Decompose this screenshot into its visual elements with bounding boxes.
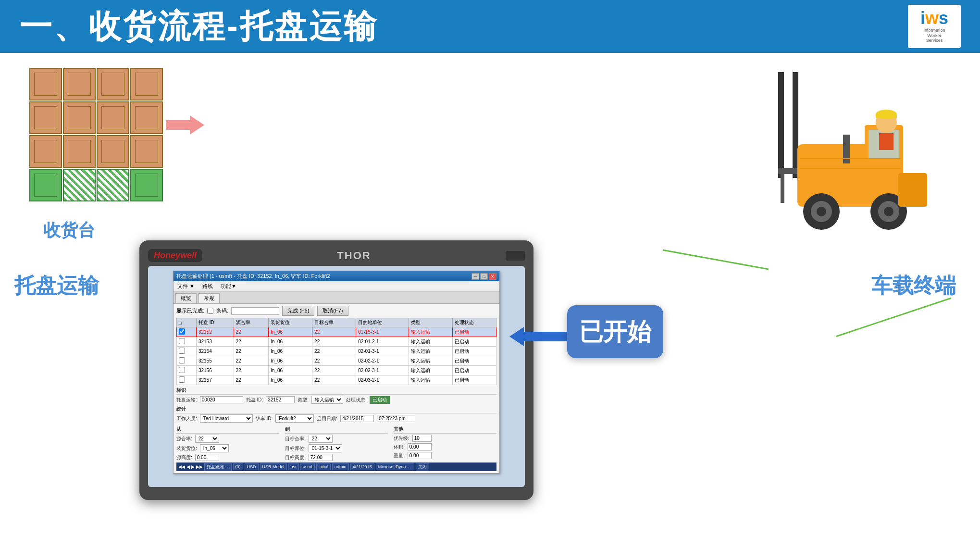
table-row[interactable]: 32152 22 In_06 22 01-15-3-1 输入运输 已启动 [177, 327, 496, 337]
time-input[interactable] [377, 415, 415, 422]
yuanhe-select[interactable]: 22 [195, 435, 219, 443]
minimize-button[interactable]: ─ [471, 273, 479, 280]
tuopan-yunshu-input[interactable] [200, 396, 243, 403]
restore-button[interactable]: □ [480, 273, 488, 280]
mubiao-huowei-select[interactable]: 01-15-3-1 [309, 444, 342, 452]
task-item-usr-model: USR Model [260, 463, 287, 470]
cell-dest: 02-01-2-1 [356, 337, 409, 347]
yikaishi-label: 已开始 [579, 316, 651, 348]
qita-section: 其他 优先级: 体积: 重量: [394, 424, 496, 462]
mubiaogaodu-input[interactable] [309, 454, 333, 461]
chanche-select[interactable]: Forklift2 [275, 414, 314, 423]
task-item-usd: USD [245, 463, 259, 470]
menu-routes[interactable]: 路线 [200, 282, 215, 290]
win-titlebar: 托盘运输处理 (1 - usmf) - 托盘 ID: 32152, In_06,… [174, 271, 499, 281]
task-item-date: 4/21/2015 [350, 463, 374, 470]
cell-src-loc: In_06 [269, 327, 312, 337]
row-checkbox[interactable] [179, 338, 185, 344]
row-checkbox[interactable] [179, 376, 185, 383]
cell-id: 32152 [196, 327, 234, 337]
close-button[interactable]: ✕ [489, 273, 496, 280]
cell-dest: 01-15-3-1 [356, 327, 409, 337]
riyong-riqi-input[interactable] [340, 415, 374, 422]
table-row[interactable]: 32153 22 In_06 22 02-01-2-1 输入运输 已启动 [177, 337, 496, 347]
task-item-usmf: usmf [300, 463, 315, 470]
header: 一、收货流程-托盘运输 iws InformationWorkerService… [0, 0, 980, 53]
svg-marker-0 [166, 115, 204, 135]
zhongliang-input[interactable] [408, 452, 432, 459]
forklift-illustration [749, 62, 951, 245]
status-badge: 已启动 [370, 396, 390, 404]
tab-overview[interactable]: 概览 [175, 293, 197, 303]
cell-check [177, 366, 197, 375]
row-checkbox[interactable] [179, 348, 185, 354]
cell-status: 已启动 [452, 356, 496, 366]
tiji-input[interactable] [408, 443, 432, 450]
barcode-input[interactable] [231, 307, 279, 315]
cell-src-rate: 22 [234, 347, 268, 356]
yikaishi-button[interactable]: 已开始 [567, 305, 663, 358]
task-item-close[interactable]: 关闭 [416, 463, 429, 471]
yuangaodu-input[interactable] [195, 454, 219, 461]
show-done-checkbox[interactable] [207, 308, 213, 314]
cell-tgt-rate: 22 [312, 356, 356, 366]
leixing-label: 类型: [298, 397, 309, 403]
cell-status: 已启动 [452, 375, 496, 385]
cell-dest: 02-03-2-1 [356, 375, 409, 385]
win-menubar: 文件 ▼ 路线 功能▼ [174, 281, 499, 292]
cell-check [177, 327, 197, 337]
mubiaogaodu-label: 目标高度: [285, 454, 306, 461]
row-checkbox[interactable] [179, 357, 185, 363]
menu-functions[interactable]: 功能▼ [219, 282, 238, 290]
blue-arrow-container [509, 325, 567, 350]
cell-status: 已启动 [452, 327, 496, 337]
cell-src-rate: 22 [234, 375, 268, 385]
dao-label: 到 [285, 426, 388, 434]
table-row[interactable]: 32155 22 In_06 22 02-02-2-1 输入运输 已启动 [177, 356, 496, 366]
svg-rect-1 [778, 72, 784, 178]
leixing-select[interactable]: 输入运输 [311, 396, 343, 404]
cell-dest: 02-02-3-1 [356, 366, 409, 375]
tab-normal[interactable]: 常规 [198, 293, 220, 303]
menu-file[interactable]: 文件 ▼ [175, 282, 197, 290]
cell-src-rate: 22 [234, 337, 268, 347]
barcode-label: 条码: [216, 307, 228, 314]
done-button[interactable]: 完成 (F6) [282, 306, 314, 316]
row-checkbox[interactable] [179, 367, 185, 373]
cell-status: 已启动 [452, 366, 496, 375]
cancel-button[interactable]: 取消(F7) [317, 306, 348, 316]
chuli-label: 处理状态: [346, 397, 367, 403]
cell-type: 输入运输 [409, 337, 452, 347]
zhuanghuo-select[interactable]: In_06 [200, 444, 229, 452]
from-to-section: 从 源合率: 22 装货货位: In_06 源高度 [176, 424, 496, 462]
cell-type: 输入运输 [409, 347, 452, 356]
win-tabs: 概览 常规 [174, 292, 499, 304]
win-body: 显示已完成: 条码: 完成 (F6) 取消(F7) □ [174, 304, 499, 473]
youxian-input[interactable] [412, 435, 432, 442]
box-cell-green [29, 169, 62, 201]
task-item-dynamics: MicrosoftDynamicsAX [376, 463, 414, 470]
cell-src-loc: In_06 [269, 337, 312, 347]
table-row[interactable]: 32154 22 In_06 22 02-01-3-1 输入运输 已启动 [177, 347, 496, 356]
task-item-pallet[interactable]: 托盘跑唯-... [204, 463, 232, 471]
row-checkbox[interactable] [179, 328, 185, 335]
mubiao-label: 目标合率: [285, 436, 306, 442]
col-status: 处理状态 [452, 318, 496, 327]
honeywell-brand: Honeywell [148, 249, 202, 262]
cell-check [177, 347, 197, 356]
col-pallet-id: 托盘 ID [196, 318, 234, 327]
mubiao-huowei-label: 目标库位: [285, 445, 306, 452]
mubiao-select[interactable]: 22 [309, 435, 333, 443]
win-controls[interactable]: ─ □ ✕ [471, 273, 496, 280]
tuopan-id-input[interactable] [266, 396, 295, 403]
cell-src-rate: 22 [234, 327, 268, 337]
cell-tgt-rate: 22 [312, 327, 356, 337]
table-row[interactable]: 32157 22 In_06 22 02-03-2-1 输入运输 已启动 [177, 375, 496, 385]
table-row[interactable]: 32156 22 In_06 22 02-02-3-1 输入运输 已启动 [177, 366, 496, 375]
tiji-label: 体积: [394, 444, 405, 450]
col-src-loc: 装货货位 [269, 318, 312, 327]
device-button [506, 251, 525, 261]
box-cell-pattern [63, 169, 96, 201]
gongren-select[interactable]: Ted Howard [200, 414, 253, 423]
cell-dest: 02-01-3-1 [356, 347, 409, 356]
